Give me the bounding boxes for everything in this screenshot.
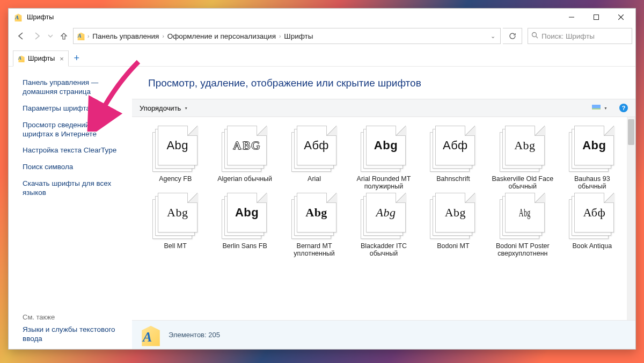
- font-item[interactable]: AbgBlackadder ITC обычный: [350, 193, 417, 258]
- font-thumbnail: Abg: [500, 126, 546, 172]
- breadcrumb[interactable]: Шрифты: [281, 32, 316, 40]
- search-input[interactable]: Поиск: Шрифты: [528, 28, 632, 44]
- font-item[interactable]: AbgBodoni MT Poster сверхуплотненн: [489, 193, 556, 258]
- toolbar: Упорядочить ▼ ▼ ?: [132, 99, 635, 117]
- font-item[interactable]: АбфBook Antiqua: [559, 193, 626, 258]
- fonts-folder-icon: [14, 13, 23, 21]
- maximize-button[interactable]: [584, 9, 609, 25]
- font-item[interactable]: ABGAlgerian обычный: [211, 126, 278, 191]
- sidebar-link-download[interactable]: Скачать шрифты для всех языков: [23, 179, 125, 198]
- recent-dropdown[interactable]: [46, 28, 55, 43]
- tab-fonts[interactable]: Шрифты ×: [13, 50, 69, 67]
- fonts-folder-icon: [77, 32, 85, 40]
- font-name-label: Bodoni MT: [437, 242, 469, 250]
- view-mode-button[interactable]: [592, 105, 601, 111]
- font-name-label: Bell MT: [164, 242, 187, 250]
- font-name-label: Arial Rounded MT полужирный: [352, 175, 416, 191]
- navigation-bar: › Панель управления › Оформление и персо…: [9, 26, 635, 47]
- breadcrumb[interactable]: Панель управления: [89, 32, 162, 40]
- font-name-label: Book Antiqua: [572, 242, 612, 250]
- font-thumbnail: Абф: [291, 126, 338, 172]
- font-item[interactable]: AbgBaskerville Old Face обычный: [489, 126, 556, 191]
- minimize-button[interactable]: [559, 9, 584, 25]
- font-thumbnail: Abg: [500, 193, 546, 239]
- font-item[interactable]: AbgBerlin Sans FB: [211, 193, 278, 258]
- fonts-window: Шрифты › Панель упр: [8, 8, 636, 350]
- font-thumbnail: Abg: [430, 193, 476, 239]
- refresh-button[interactable]: [503, 28, 522, 44]
- font-name-label: Algerian обычный: [217, 175, 272, 183]
- address-dropdown[interactable]: ⌄: [486, 33, 499, 40]
- font-item[interactable]: AbgBernard MT уплотненный: [281, 193, 348, 258]
- search-icon: [531, 32, 538, 40]
- font-thumbnail: Abg: [569, 126, 615, 172]
- font-item[interactable]: AbgBodoni MT: [420, 193, 487, 258]
- breadcrumb[interactable]: Оформление и персонализация: [164, 32, 279, 40]
- sidebar-link-online-info[interactable]: Просмотр сведений о шрифтах в Интернете: [23, 121, 125, 139]
- font-name-label: Arial: [308, 175, 321, 183]
- tab-label: Шрифты: [28, 55, 55, 62]
- sidebar-link-home[interactable]: Панель управления — домашняя страница: [23, 78, 125, 97]
- address-bar[interactable]: › Панель управления › Оформление и персо…: [73, 28, 501, 44]
- svg-line-5: [536, 37, 538, 39]
- font-thumbnail: Abg: [152, 126, 199, 172]
- font-list-area: AbgAgency FBABGAlgerian обычныйАбфArialA…: [132, 117, 635, 320]
- font-item[interactable]: AbgAgency FB: [142, 126, 209, 191]
- sidebar-link-font-params[interactable]: Параметры шрифта: [23, 104, 125, 113]
- window-body: Панель управления — домашняя страница Па…: [9, 67, 635, 349]
- chevron-down-icon[interactable]: ▼: [604, 106, 608, 110]
- up-button[interactable]: [57, 28, 71, 43]
- fonts-folder-icon: [140, 324, 162, 346]
- font-item[interactable]: АбфBahnschrift: [420, 126, 487, 191]
- back-button[interactable]: [14, 28, 28, 43]
- window-title: Шрифты: [27, 13, 54, 21]
- font-thumbnail: Abg: [222, 193, 268, 239]
- font-thumbnail: Abg: [291, 193, 338, 239]
- font-name-label: Berlin Sans FB: [222, 242, 267, 250]
- sidebar-link-charmap[interactable]: Поиск символа: [23, 163, 125, 172]
- organize-button[interactable]: Упорядочить: [140, 104, 181, 112]
- font-thumbnail: Abg: [361, 193, 407, 239]
- page-title: Просмотр, удаление, отображение или скры…: [132, 67, 635, 99]
- font-name-label: Bodoni MT Poster сверхуплотненн: [491, 242, 555, 258]
- help-button[interactable]: ?: [619, 104, 628, 112]
- sidebar: Панель управления — домашняя страница Па…: [9, 67, 132, 349]
- font-grid: AbgAgency FBABGAlgerian обычныйАбфArialA…: [132, 117, 635, 258]
- font-name-label: Bernard MT уплотненный: [282, 242, 347, 258]
- main-panel: Просмотр, удаление, отображение или скры…: [132, 67, 635, 349]
- svg-point-4: [532, 33, 537, 37]
- sidebar-link-cleartype[interactable]: Настройка текста ClearType: [23, 146, 125, 155]
- titlebar: Шрифты: [9, 9, 635, 26]
- sidebar-link-languages[interactable]: Языки и службы текстового ввода: [23, 325, 125, 344]
- fonts-folder-icon: [18, 55, 25, 62]
- see-also-heading: См. также: [23, 313, 125, 321]
- window-controls: [559, 9, 633, 25]
- font-item[interactable]: AbgBell MT: [142, 193, 209, 258]
- status-bar: Элементов: 205: [132, 320, 635, 349]
- scrollbar-thumb[interactable]: [628, 119, 634, 145]
- font-item[interactable]: АбфArial: [281, 126, 348, 191]
- font-thumbnail: ABG: [222, 126, 268, 172]
- tabs-row: Шрифты × +: [9, 47, 635, 67]
- font-item[interactable]: AbgArial Rounded MT полужирный: [350, 126, 417, 191]
- svg-rect-1: [594, 15, 599, 20]
- font-thumbnail: Абф: [569, 193, 615, 239]
- chevron-down-icon: ▼: [184, 106, 188, 110]
- status-item-count: Элементов: 205: [169, 331, 220, 339]
- tab-close-icon[interactable]: ×: [60, 55, 64, 63]
- forward-button[interactable]: [30, 28, 44, 43]
- font-name-label: Bahnschrift: [436, 175, 470, 183]
- new-tab-button[interactable]: +: [69, 50, 85, 66]
- search-placeholder: Поиск: Шрифты: [541, 32, 595, 40]
- font-name-label: Blackadder ITC обычный: [352, 242, 416, 258]
- font-thumbnail: Абф: [430, 126, 476, 172]
- font-name-label: Baskerville Old Face обычный: [491, 175, 555, 191]
- close-button[interactable]: [609, 9, 633, 25]
- font-name-label: Agency FB: [159, 175, 192, 183]
- font-thumbnail: Abg: [152, 193, 199, 239]
- scrollbar[interactable]: [627, 117, 635, 320]
- font-item[interactable]: AbgBauhaus 93 обычный: [559, 126, 626, 191]
- font-name-label: Bauhaus 93 обычный: [560, 175, 624, 191]
- font-thumbnail: Abg: [361, 126, 407, 172]
